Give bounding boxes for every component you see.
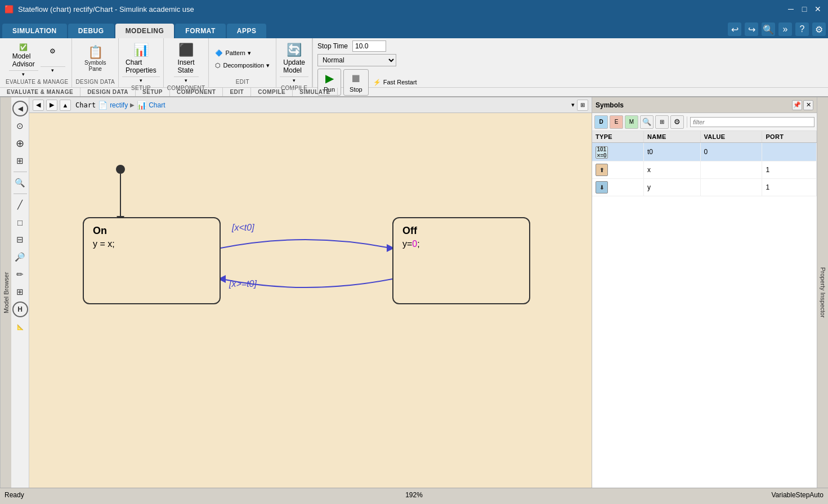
ribbon-section-compile-content: 🔄 UpdateModel ▾ — [280, 40, 308, 84]
stop-time-label: Stop Time — [317, 42, 348, 50]
find-button[interactable]: 🔍 — [640, 115, 654, 129]
initial-state-dot — [116, 165, 125, 174]
tab-debug[interactable]: DEBUG — [68, 24, 114, 38]
insert-state-icon: ⬛ — [178, 43, 194, 57]
help-button[interactable]: ? — [795, 22, 809, 36]
nav-forward-button[interactable]: ▶ — [46, 100, 57, 111]
zoom-in-button[interactable]: ⊕ — [12, 136, 28, 151]
settings-sym-button[interactable]: ⚙ — [670, 115, 684, 129]
zoom-selection-button[interactable]: 🔍 — [12, 175, 28, 191]
breadcrumb-icon-rectify: 📄 — [98, 101, 108, 110]
rectangle-tool[interactable]: □ — [12, 214, 28, 230]
title-bar: 🟥 Stateflow (chart) rectify/Chart - Simu… — [0, 0, 828, 18]
table-tool[interactable]: ⊞ — [12, 284, 28, 300]
insert-state-button[interactable]: ⬛ InsertState ▾ — [174, 40, 199, 84]
settings-button[interactable]: ⚙ — [812, 22, 826, 36]
toolbar-divider — [687, 116, 687, 128]
decomposition-icon: ⬡ — [215, 62, 221, 69]
breadcrumb-rectify[interactable]: rectify — [110, 101, 128, 109]
table-row[interactable]: 101×=0 t0 0 — [592, 143, 817, 161]
property-inspector-tab[interactable]: Property Inspector — [817, 97, 828, 488]
update-model-button[interactable]: 🔄 UpdateModel ▾ — [280, 40, 308, 84]
update-model-icon: 🔄 — [287, 43, 302, 57]
symbols-table: TYPE NAME VALUE PORT 101×=0 t0 0 — [592, 131, 817, 196]
expand-button[interactable]: » — [778, 22, 792, 36]
ribbon-status-setup: SETUP — [136, 88, 170, 96]
status-bar: Ready 192% VariableStepAuto — [0, 488, 828, 501]
ribbon-status-edit: EDIT — [223, 88, 251, 96]
table-row[interactable]: ⬆ x 1 — [592, 161, 817, 179]
manage-button[interactable]: ⚙ ▾ — [41, 45, 65, 74]
H-button[interactable]: H — [12, 302, 28, 317]
symbols-pane-button[interactable]: 📋 SymbolsPane — [81, 44, 109, 74]
resolve-button[interactable]: ⊞ — [655, 115, 669, 129]
nav-up-button[interactable]: ▲ — [60, 100, 71, 111]
fit-view-button[interactable]: ⊙ — [12, 118, 28, 134]
tab-simulation[interactable]: SIMULATION — [2, 24, 67, 38]
nav-back-button[interactable]: ◀ — [33, 100, 44, 111]
annotate-tool[interactable]: ✏ — [12, 267, 28, 282]
stop-button[interactable]: ⏹ Stop — [343, 69, 369, 96]
off-state[interactable]: Off y=0; — [392, 217, 530, 304]
zoom-to-fit-button[interactable]: ⊞ — [12, 153, 28, 169]
chart-properties-button[interactable]: 📊 ChartProperties ▾ — [122, 40, 160, 84]
breadcrumb-chart[interactable]: Chart — [149, 101, 165, 109]
evaluate-label: EVALUATE & MANAGE — [6, 79, 68, 85]
ribbon-status-evaluate: EVALUATE & MANAGE — [0, 88, 80, 96]
title-bar-left: 🟥 Stateflow (chart) rectify/Chart - Simu… — [5, 5, 194, 14]
fast-restart-button[interactable]: ⚡ Fast Restart — [371, 78, 419, 87]
tab-modeling[interactable]: MODELING — [115, 24, 174, 38]
off-state-action: y=0; — [402, 239, 520, 249]
tab-format[interactable]: FORMAT — [175, 24, 225, 38]
diagram-canvas[interactable]: On y = x; Off y=0; [x<t0] [x>=t0] — [29, 113, 592, 488]
pattern-button[interactable]: 🔷 Pattern ▾ — [212, 48, 272, 58]
title-bar-controls[interactable]: ─ □ ✕ — [785, 3, 823, 15]
on-state[interactable]: On y = x; — [83, 217, 221, 304]
window-title: Stateflow (chart) rectify/Chart - Simuli… — [18, 5, 194, 14]
subsystem-tool[interactable]: ⊟ — [12, 232, 28, 248]
filter-input[interactable] — [690, 117, 814, 127]
col-name: NAME — [644, 131, 700, 143]
row-value-x — [700, 161, 762, 179]
row-name-x: x — [644, 161, 700, 179]
breadcrumb-dropdown-button[interactable]: ▾ — [571, 101, 575, 109]
model-browser-tab[interactable]: Model Browser — [0, 97, 11, 488]
search-button[interactable]: 🔍 — [762, 22, 775, 36]
row-name-y: y — [644, 179, 700, 196]
add-data-button[interactable]: D — [594, 115, 608, 129]
close-button[interactable]: ✕ — [812, 3, 823, 15]
symbols-controls: 📌 ✕ — [792, 100, 813, 110]
minimize-button[interactable]: ─ — [785, 3, 796, 15]
ribbon-section-component-content: ⬛ InsertState ▾ — [174, 40, 199, 84]
ribbon-section-component: ⬛ InsertState ▾ COMPONENT — [164, 38, 209, 87]
navigate-back-button[interactable]: ◀ — [12, 101, 28, 116]
add-message-button[interactable]: M — [625, 115, 638, 129]
chart-breadcrumb: 📄 rectify ▶ 📊 Chart — [98, 101, 569, 110]
decomposition-button[interactable]: ⬡ Decomposition ▾ — [212, 60, 272, 71]
breadcrumb-separator: ▶ — [130, 102, 135, 108]
normal-select[interactable]: Normal — [317, 54, 396, 66]
model-advisor-button[interactable]: ✅ ModelAdvisor ▾ — [9, 41, 38, 78]
symbols-close-button[interactable]: ✕ — [803, 100, 813, 110]
redo-button[interactable]: ↪ — [745, 22, 758, 36]
stop-time-input[interactable]: 10.0 — [352, 40, 386, 52]
t0-type-icon: 101×=0 — [596, 146, 608, 159]
undo-button[interactable]: ↩ — [728, 22, 741, 36]
chart-header: ◀ ▶ ▲ Chart 📄 rectify ▶ 📊 Chart ▾ ⊞ — [29, 97, 592, 113]
edit-label: EDIT — [236, 79, 249, 85]
on-to-off-transition — [221, 240, 391, 248]
matlab-tool[interactable]: 📐 — [12, 319, 28, 335]
add-event-button[interactable]: E — [610, 115, 623, 129]
tab-bar-right: ↩ ↪ 🔍 » ? ⚙ — [728, 22, 826, 38]
search-tool[interactable]: 🔎 — [12, 249, 28, 265]
copy-path-button[interactable]: ⊞ — [577, 100, 588, 111]
select-tool[interactable]: ╱ — [12, 197, 28, 213]
tab-apps[interactable]: APPS — [227, 24, 267, 38]
status-zoom: 192% — [278, 491, 550, 499]
col-value: VALUE — [700, 131, 762, 143]
breadcrumb-icon-chart: 📊 — [137, 101, 146, 110]
maximize-button[interactable]: □ — [799, 3, 810, 15]
symbols-pin-button[interactable]: 📌 — [792, 100, 802, 110]
table-row[interactable]: ⬇ y 1 — [592, 179, 817, 196]
col-port: PORT — [762, 131, 817, 143]
